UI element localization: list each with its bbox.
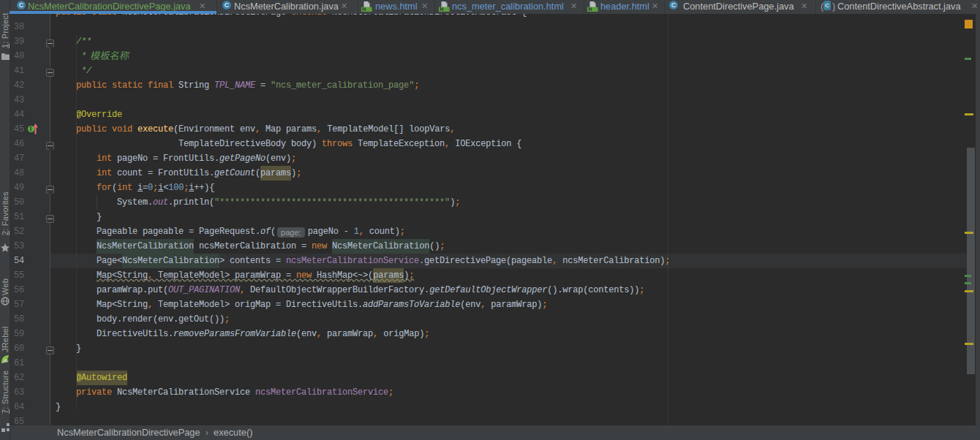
svg-text:H: H: [362, 7, 366, 12]
svg-text:JR: JR: [4, 359, 9, 363]
svg-text:H: H: [440, 7, 443, 12]
svg-text:H: H: [588, 7, 592, 12]
